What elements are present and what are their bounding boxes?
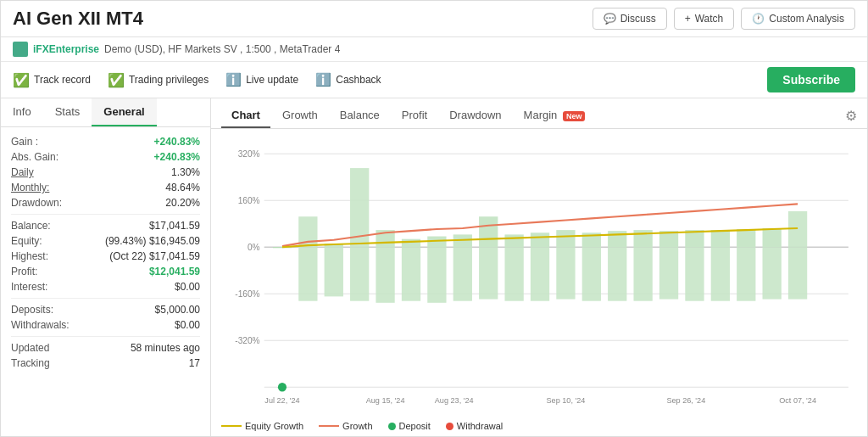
legend-withdrawal: Withdrawal (446, 421, 503, 431)
svg-text:Aug 15, '24: Aug 15, '24 (366, 396, 405, 405)
svg-rect-39 (633, 247, 652, 300)
live-update-label: Live update (246, 74, 298, 86)
svg-text:0%: 0% (248, 243, 260, 252)
chart-settings-icon[interactable]: ⚙ (845, 108, 857, 124)
chart-tab-growth[interactable]: Growth (272, 104, 328, 128)
svg-rect-31 (531, 247, 549, 300)
withdrawal-label: Withdrawal (457, 421, 503, 431)
status-bar: ✅ Track record ✅ Trading privileges ℹ️ L… (1, 62, 867, 98)
status-trading-privileges: ✅ Trading privileges (108, 72, 209, 88)
svg-text:Jul 22, '24: Jul 22, '24 (264, 396, 299, 405)
svg-text:Sep 26, '24: Sep 26, '24 (666, 396, 705, 405)
discuss-icon: 💬 (604, 13, 616, 25)
stat-updated: Updated 58 minutes ago (11, 340, 200, 356)
stat-profit: Profit: $12,041.59 (11, 264, 200, 279)
svg-text:Aug 23, '24: Aug 23, '24 (435, 396, 474, 405)
tab-stats[interactable]: Stats (43, 98, 92, 126)
svg-rect-44 (711, 230, 730, 247)
svg-rect-32 (556, 230, 575, 247)
svg-rect-17 (350, 247, 369, 300)
check-icon-trading: ✅ (108, 72, 125, 88)
subscribe-button[interactable]: Subscribe (767, 67, 855, 92)
header: AI Gen XII MT4 💬 Discuss + Watch 🕐 Custo… (1, 1, 867, 37)
status-cashback: ℹ️ Cashback (315, 72, 381, 87)
legend-growth: Growth (319, 421, 372, 431)
svg-text:Oct 07, '24: Oct 07, '24 (779, 396, 816, 405)
svg-rect-48 (763, 228, 782, 247)
chart-tab-chart[interactable]: Chart (221, 104, 270, 128)
stat-monthly: Monthly: 48.64% (11, 180, 200, 195)
chart-legend: Equity Growth Growth Deposit Withdrawal (211, 417, 867, 436)
legend-deposit: Deposit (388, 421, 431, 431)
svg-rect-21 (402, 247, 420, 300)
provider-avatar (13, 42, 28, 57)
svg-rect-36 (608, 231, 626, 247)
left-tab-bar: Info Stats General (1, 98, 210, 127)
trading-privileges-label: Trading privileges (129, 74, 209, 86)
track-record-label: Track record (34, 74, 91, 86)
legend-equity-growth: Equity Growth (221, 421, 303, 431)
stat-withdrawals: Withdrawals: $0.00 (11, 317, 200, 333)
svg-rect-13 (298, 247, 317, 300)
left-panel: Info Stats General Gain : +240.83% Abs. … (1, 98, 211, 436)
svg-text:160%: 160% (238, 196, 260, 205)
svg-rect-19 (376, 247, 394, 303)
equity-growth-label: Equity Growth (245, 421, 303, 431)
chart-area: 320% 160% 0% -160% -320% (211, 129, 867, 417)
svg-rect-27 (479, 247, 498, 299)
svg-rect-45 (711, 247, 730, 300)
growth-label: Growth (342, 421, 372, 431)
svg-rect-25 (453, 247, 472, 300)
tab-general[interactable]: General (92, 98, 156, 126)
svg-rect-49 (763, 247, 782, 299)
cashback-label: Cashback (336, 74, 381, 86)
stats-table: Gain : +240.83% Abs. Gain: +240.83% Dail… (1, 127, 210, 378)
deposit-label: Deposit (399, 421, 431, 431)
watch-button[interactable]: + Watch (674, 8, 735, 30)
svg-rect-43 (685, 247, 704, 300)
svg-rect-35 (582, 247, 601, 300)
chart-tab-margin[interactable]: Margin New (514, 104, 596, 128)
stat-tracking: Tracking 17 (11, 356, 200, 371)
stat-gain: Gain : +240.83% (11, 134, 200, 149)
chart-tab-balance[interactable]: Balance (330, 104, 390, 128)
svg-text:-160%: -160% (235, 289, 259, 299)
right-panel: Chart Growth Balance Profit Drawdown Mar… (211, 98, 867, 436)
plus-icon: + (685, 13, 691, 25)
svg-rect-20 (402, 239, 420, 248)
stat-abs-gain: Abs. Gain: +240.83% (11, 149, 200, 165)
warn-icon-cashback: ℹ️ (315, 72, 331, 87)
chart-tab-profit[interactable]: Profit (392, 104, 437, 128)
stat-drawdown: Drawdown: 20.20% (11, 195, 200, 210)
app-container: AI Gen XII MT4 💬 Discuss + Watch 🕐 Custo… (0, 0, 868, 437)
subtitle-bar: iFXEnterprise Demo (USD), HF Markets SV … (1, 37, 867, 62)
page-title: AI Gen XII MT4 (13, 8, 143, 30)
main-content: Info Stats General Gain : +240.83% Abs. … (1, 98, 867, 436)
svg-rect-23 (427, 247, 446, 303)
svg-rect-29 (504, 247, 523, 300)
warn-icon-live: ℹ️ (225, 72, 242, 87)
svg-rect-33 (556, 247, 575, 299)
stat-equity: Equity: (99.43%) $16,945.09 (11, 233, 200, 249)
growth-line (319, 425, 339, 427)
discuss-button[interactable]: 💬 Discuss (593, 8, 667, 30)
svg-rect-30 (531, 233, 549, 247)
check-icon-track: ✅ (13, 72, 30, 88)
stat-balance: Balance: $17,041.59 (11, 218, 200, 233)
custom-analysis-button[interactable]: 🕐 Custom Analysis (741, 8, 855, 30)
tab-info[interactable]: Info (1, 98, 43, 126)
clock-icon: 🕐 (752, 13, 765, 25)
provider-link[interactable]: iFXEnterprise (33, 43, 99, 55)
svg-rect-26 (479, 216, 498, 247)
header-actions: 💬 Discuss + Watch 🕐 Custom Analysis (593, 8, 855, 30)
svg-text:320%: 320% (238, 149, 260, 159)
deposit-dot (388, 423, 396, 430)
equity-growth-line (221, 425, 242, 427)
svg-text:-320%: -320% (235, 336, 259, 345)
chart-tab-drawdown[interactable]: Drawdown (439, 104, 511, 128)
stat-deposits: Deposits: $5,000.00 (11, 302, 200, 317)
subtitle-details: Demo (USD), HF Markets SV , 1:500 , Meta… (104, 43, 340, 55)
svg-rect-15 (325, 247, 343, 296)
svg-rect-41 (659, 247, 678, 299)
svg-point-52 (278, 383, 287, 392)
